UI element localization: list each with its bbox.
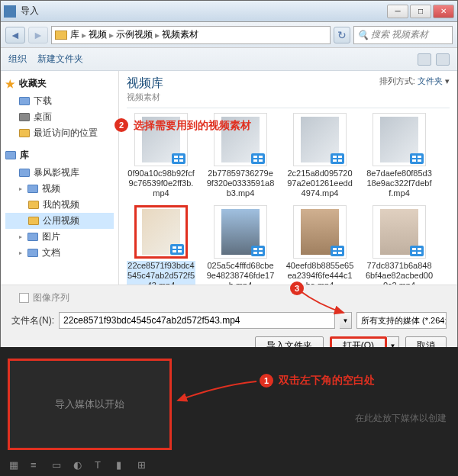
folder-icon	[27, 233, 38, 241]
filename-label: 文件名(N):	[11, 314, 54, 327]
sidebar-item[interactable]: 我的视频	[5, 197, 114, 213]
view-icon[interactable]	[418, 53, 431, 66]
sidebar-item-downloads[interactable]: 下载	[5, 93, 114, 109]
ed-icon[interactable]: ≡	[31, 459, 41, 470]
ed-icon[interactable]: ▮	[116, 459, 127, 470]
sidebar-item-desktop[interactable]: 桌面	[5, 109, 114, 125]
app-icon	[4, 5, 16, 18]
forward-button[interactable]: ►	[28, 27, 48, 43]
search-icon: 🔍	[357, 30, 369, 40]
sidebar-item[interactable]: 暴风影视库	[5, 165, 114, 181]
editor-area: 导入媒体以开始 在此处放下媒体以创建 ▦ ≡ ▭ ◐ T ▮ ⊞	[0, 347, 458, 476]
annotation-badge-3: 3	[290, 281, 304, 295]
video-icon	[170, 244, 184, 255]
video-icon	[251, 246, 265, 256]
titlebar[interactable]: 导入 ─ □ ✕	[1, 1, 457, 22]
star-icon: ★	[5, 78, 15, 90]
sidebar-item-recent[interactable]: 最近访问的位置	[5, 125, 114, 141]
ed-icon[interactable]: ◐	[73, 459, 84, 470]
folder-icon	[19, 129, 30, 137]
sidebar-item-video[interactable]: ▸视频	[5, 181, 114, 197]
ed-icon[interactable]: T	[95, 459, 105, 470]
desktop-icon	[19, 113, 30, 121]
back-button[interactable]: ◄	[5, 27, 25, 43]
annotation-text-2: 选择需要用到的视频素材	[134, 119, 251, 133]
file-item[interactable]: 40eefd8b8855e65ea2394f6fe444c1ba.mp4	[285, 205, 354, 285]
search-input[interactable]: 🔍 搜索 视频素材	[353, 26, 453, 44]
video-icon	[172, 153, 185, 164]
library-icon	[5, 151, 16, 159]
folder-icon	[55, 31, 67, 40]
library-header[interactable]: 库	[5, 149, 114, 162]
library-subtitle: 视频素材	[127, 92, 163, 103]
folder-icon	[28, 217, 39, 225]
expand-icon: ▸	[19, 185, 22, 192]
import-media-panel[interactable]: 导入媒体以开始	[8, 359, 172, 450]
annotation-badge-2: 2	[114, 118, 128, 132]
file-item-selected[interactable]: 22ce8571f93bdc4545c47ab2d572f543.mp4	[127, 205, 195, 285]
library-title: 视频库	[127, 76, 163, 92]
file-item[interactable]: 025a5c4fffd68cbe9e48238746fde17b.mp4	[206, 205, 275, 285]
window-title: 导入	[21, 5, 387, 18]
file-list-area: 视频库 视频素材 排列方式: 文件夹 ▾ 0f90a10c98b92fcf9c7…	[119, 71, 457, 285]
ed-icon[interactable]: ⊞	[137, 459, 148, 470]
folder-icon	[27, 249, 38, 257]
ed-icon[interactable]: ▭	[52, 459, 63, 470]
filetype-select[interactable]: 所有支持的媒体 (*.264;*.3G2;	[356, 312, 447, 329]
sidebar: ★ 收藏夹 下载 桌面 最近访问的位置 库 暴风影视库 ▸视频 我的视频 公用视…	[1, 71, 119, 285]
file-open-dialog: 导入 ─ □ ✕ ◄ ► 库▸ 视频▸ 示例视频▸ 视频素材 ↻ 🔍 搜索 视频…	[0, 0, 458, 347]
sort-control[interactable]: 排列方式: 文件夹 ▾	[379, 76, 450, 87]
folder-icon	[19, 169, 30, 177]
folder-icon	[19, 97, 30, 105]
video-icon	[410, 246, 424, 256]
video-icon	[410, 153, 424, 164]
editor-toolbar: ▦ ≡ ▭ ◐ T ▮ ⊞	[9, 459, 148, 470]
new-folder-button[interactable]: 新建文件夹	[37, 53, 83, 66]
maximize-button[interactable]: □	[410, 5, 431, 18]
expand-icon: ▸	[19, 233, 22, 240]
annotation-text-1: 双击左下角的空白处	[279, 374, 375, 388]
sidebar-item-pictures[interactable]: ▸图片	[5, 229, 114, 245]
file-item[interactable]: 77dc8371b6a8486bf4ae82acbed000c2.mp4	[365, 205, 434, 285]
sidebar-item-docs[interactable]: ▸文档	[5, 245, 114, 261]
sidebar-item-public-video[interactable]: 公用视频	[5, 213, 114, 229]
file-item[interactable]: 8e7daefe80f85d318e9ac322f7debff.mp4	[365, 113, 434, 199]
breadcrumb[interactable]: 库▸ 视频▸ 示例视频▸ 视频素材	[51, 26, 331, 44]
video-icon	[251, 153, 265, 164]
folder-icon	[28, 201, 39, 209]
organize-menu[interactable]: 组织	[8, 53, 27, 66]
toolbar: 组织 新建文件夹	[1, 48, 457, 71]
minimize-button[interactable]: ─	[387, 5, 408, 18]
checkbox-icon	[19, 293, 29, 303]
file-item[interactable]: 2c215a8d09572097a2e01261eedd4974.mp4	[285, 113, 354, 199]
image-sequence-checkbox[interactable]: 图像序列	[19, 291, 447, 304]
annotation-badge-1: 1	[260, 374, 273, 388]
ed-icon[interactable]: ▦	[9, 459, 20, 470]
filename-dropdown[interactable]: ▼	[340, 312, 352, 329]
video-icon	[331, 246, 344, 256]
close-button[interactable]: ✕	[433, 5, 454, 18]
folder-icon	[27, 185, 38, 193]
filename-input[interactable]	[59, 312, 335, 329]
timeline-hint: 在此处放下媒体以创建	[355, 412, 447, 425]
refresh-button[interactable]: ↻	[334, 27, 350, 43]
video-icon	[331, 153, 344, 164]
expand-icon: ▸	[19, 249, 22, 256]
navbar: ◄ ► 库▸ 视频▸ 示例视频▸ 视频素材 ↻ 🔍 搜索 视频素材	[1, 22, 457, 48]
help-icon[interactable]	[436, 53, 450, 66]
favorites-header[interactable]: ★ 收藏夹	[5, 77, 114, 90]
